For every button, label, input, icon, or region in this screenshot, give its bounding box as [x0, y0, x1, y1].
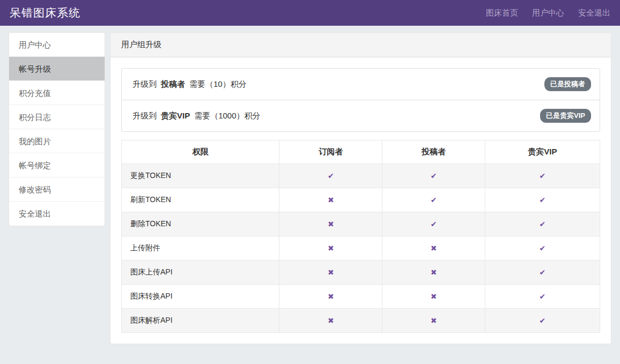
upgrade-cost: 需要（1000）积分	[194, 111, 260, 120]
check-icon: ✔	[328, 172, 334, 180]
status-badge: 已是贵宾VIP	[540, 109, 591, 123]
permission-cell: ✖	[382, 309, 485, 333]
check-icon: ✔	[431, 220, 437, 228]
permission-label: 图床上传API	[122, 261, 279, 285]
upgrade-row-1: 升级到投稿者需要（10）积分已是投稿者	[122, 69, 600, 100]
table-row: 图床转换API✖✖✔	[122, 285, 600, 309]
permission-cell: ✔	[279, 164, 382, 188]
sidebar-item-1[interactable]: 用户中心	[9, 33, 105, 57]
sidebar-item-8[interactable]: 安全退出	[9, 202, 105, 226]
permission-cell: ✔	[382, 212, 485, 236]
permission-cell: ✖	[279, 188, 382, 212]
app-title: 呆错图床系统	[10, 5, 80, 20]
table-row: 删除TOKEN✖✔✔	[122, 212, 600, 236]
permission-label: 图床转换API	[122, 285, 279, 309]
permission-cell: ✔	[382, 164, 485, 188]
table-row: 刷新TOKEN✖✔✔	[122, 188, 600, 212]
sidebar-item-4[interactable]: 积分日志	[9, 105, 105, 129]
upgrade-cost: 需要（10）积分	[189, 79, 247, 88]
check-icon: ✔	[540, 292, 546, 301]
permission-cell: ✔	[485, 261, 600, 285]
topbar-link-1[interactable]: 图床首页	[486, 8, 518, 18]
cross-icon: ✖	[328, 220, 334, 228]
sidebar-item-5[interactable]: 我的图片	[9, 129, 105, 153]
check-icon: ✔	[540, 172, 546, 180]
permission-label: 删除TOKEN	[122, 212, 279, 236]
cross-icon: ✖	[431, 268, 437, 277]
upgrade-target-group: 贵宾VIP	[161, 111, 190, 120]
permission-cell: ✖	[382, 261, 485, 285]
permission-cell: ✔	[485, 285, 600, 309]
check-icon: ✔	[540, 196, 546, 204]
upgrade-text: 升级到投稿者需要（10）积分	[132, 79, 251, 90]
upgrade-text: 升级到贵宾VIP需要（1000）积分	[132, 111, 265, 121]
topbar-link-2[interactable]: 用户中心	[532, 8, 564, 18]
check-icon: ✔	[431, 196, 437, 204]
cross-icon: ✖	[431, 292, 437, 301]
permission-cell: ✔	[485, 236, 600, 261]
permission-cell: ✖	[279, 212, 382, 236]
topbar-nav: 图床首页用户中心安全退出	[472, 8, 610, 18]
page-layout: 用户中心帐号升级积分充值积分日志我的图片帐号绑定修改密码安全退出 用户组升级 升…	[0, 26, 620, 351]
sidebar-item-3[interactable]: 积分充值	[9, 81, 105, 105]
check-icon: ✔	[431, 172, 437, 180]
cross-icon: ✖	[328, 268, 334, 277]
upgrade-target-group: 投稿者	[161, 79, 185, 88]
main-panel: 用户组升级 升级到投稿者需要（10）积分已是投稿者升级到贵宾VIP需要（1000…	[110, 32, 611, 344]
permission-cell: ✔	[485, 188, 600, 212]
permission-cell: ✔	[485, 309, 600, 333]
upgrade-box: 升级到投稿者需要（10）积分已是投稿者升级到贵宾VIP需要（1000）积分已是贵…	[121, 68, 600, 132]
topbar: 呆错图床系统 图床首页用户中心安全退出	[0, 0, 620, 26]
upgrade-prefix: 升级到	[132, 111, 157, 120]
panel-title: 用户组升级	[110, 33, 611, 57]
permission-label: 上传附件	[122, 236, 279, 261]
header-row: 权限订阅者投稿者贵宾VIP	[122, 140, 600, 164]
permission-cell: ✖	[279, 309, 382, 333]
permissions-table-body: 更换TOKEN✔✔✔刷新TOKEN✖✔✔删除TOKEN✖✔✔上传附件✖✖✔图床上…	[122, 164, 600, 333]
status-badge: 已是投稿者	[544, 77, 591, 91]
cross-icon: ✖	[328, 196, 334, 204]
cross-icon: ✖	[328, 292, 334, 301]
permission-label: 图床解析API	[122, 309, 279, 333]
check-icon: ✔	[540, 268, 546, 277]
permission-cell: ✖	[279, 285, 382, 309]
check-icon: ✔	[540, 220, 546, 228]
sidebar-item-6[interactable]: 帐号绑定	[9, 153, 105, 177]
sidebar-item-2[interactable]: 帐号升级	[9, 57, 105, 81]
column-header-2: 订阅者	[279, 140, 382, 164]
cross-icon: ✖	[431, 244, 437, 252]
cross-icon: ✖	[328, 244, 334, 252]
permissions-table: 权限订阅者投稿者贵宾VIP 更换TOKEN✔✔✔刷新TOKEN✖✔✔删除TOKE…	[121, 140, 600, 333]
panel-body: 升级到投稿者需要（10）积分已是投稿者升级到贵宾VIP需要（1000）积分已是贵…	[110, 57, 611, 344]
permission-cell: ✖	[382, 236, 485, 261]
sidebar: 用户中心帐号升级积分充值积分日志我的图片帐号绑定修改密码安全退出	[9, 32, 105, 226]
permission-label: 更换TOKEN	[122, 164, 279, 188]
table-row: 上传附件✖✖✔	[122, 236, 600, 261]
permission-cell: ✖	[279, 236, 382, 261]
permissions-table-head: 权限订阅者投稿者贵宾VIP	[122, 140, 600, 164]
check-icon: ✔	[540, 316, 546, 325]
upgrade-prefix: 升级到	[132, 79, 157, 88]
table-row: 更换TOKEN✔✔✔	[122, 164, 600, 188]
upgrade-row-2: 升级到贵宾VIP需要（1000）积分已是贵宾VIP	[122, 100, 600, 131]
column-header-3: 投稿者	[382, 140, 485, 164]
table-row: 图床上传API✖✖✔	[122, 261, 600, 285]
permission-cell: ✔	[382, 188, 485, 212]
permission-cell: ✖	[382, 285, 485, 309]
column-header-1: 权限	[122, 140, 279, 164]
table-row: 图床解析API✖✖✔	[122, 309, 600, 333]
permission-cell: ✔	[485, 212, 600, 236]
permission-cell: ✔	[485, 164, 600, 188]
sidebar-item-7[interactable]: 修改密码	[9, 177, 105, 202]
permission-cell: ✖	[279, 261, 382, 285]
column-header-4: 贵宾VIP	[485, 140, 600, 164]
cross-icon: ✖	[328, 316, 334, 325]
topbar-link-3[interactable]: 安全退出	[578, 8, 610, 18]
cross-icon: ✖	[431, 316, 437, 325]
permission-label: 刷新TOKEN	[122, 188, 279, 212]
check-icon: ✔	[540, 244, 546, 252]
